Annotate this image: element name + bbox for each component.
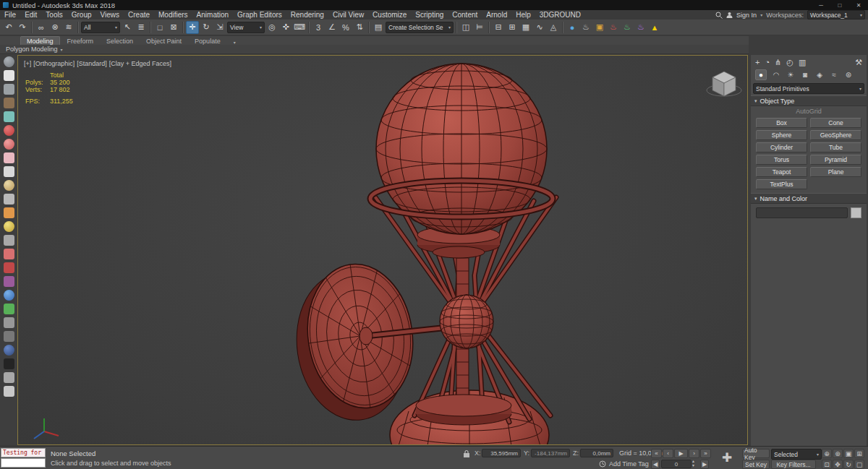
material-editor-icon[interactable]: ● — [566, 21, 579, 34]
left-toolbar-icon[interactable] — [4, 70, 14, 81]
menu-arnold[interactable]: Arnold — [482, 10, 511, 20]
frame-back-button[interactable]: ◀ — [651, 460, 660, 469]
left-toolbar-icon[interactable] — [4, 194, 14, 205]
menu-create[interactable]: Create — [124, 10, 154, 20]
left-toolbar-icon[interactable] — [4, 345, 14, 356]
geometry-category-icon[interactable]: ● — [755, 69, 767, 80]
create-tab-icon[interactable]: + — [755, 58, 760, 66]
rectangular-selection-region-icon[interactable]: □ — [153, 21, 166, 34]
lights-category-icon[interactable]: ☀ — [786, 70, 796, 79]
mirror-icon[interactable]: ◫ — [459, 21, 472, 34]
named-selection-sets-dropdown[interactable]: Create Selection Se ▾ — [386, 22, 454, 33]
align-icon[interactable]: ⊨ — [473, 21, 486, 34]
sign-in-caret-icon[interactable]: ▾ — [760, 12, 762, 17]
angle-snap-icon[interactable]: ∠ — [326, 21, 339, 34]
render-production-icon[interactable]: ♨ — [607, 21, 620, 34]
cameras-category-icon[interactable]: ◙ — [800, 70, 810, 79]
left-toolbar-icon[interactable] — [4, 221, 14, 232]
add-time-tag[interactable]: Add Time Tag — [609, 460, 649, 468]
autogrid-checkbox[interactable]: AutoGrid — [751, 106, 867, 116]
menu-customize[interactable]: Customize — [368, 10, 411, 20]
left-toolbar-icon[interactable] — [4, 304, 14, 314]
schematic-view-icon[interactable]: ◬ — [547, 21, 560, 34]
left-toolbar-icon[interactable] — [4, 317, 14, 328]
select-and-scale-icon[interactable]: ⇲ — [213, 21, 226, 34]
frame-spinner[interactable]: ▴ ▾ — [692, 459, 694, 468]
viewport-shading-menu[interactable]: [Clay + Edged Faces] — [109, 60, 171, 67]
box-button[interactable]: Box — [756, 118, 807, 128]
bind-to-space-warp-icon[interactable]: ≋ — [62, 21, 75, 34]
curve-editor-icon[interactable]: ∿ — [533, 21, 546, 34]
left-toolbar-icon[interactable] — [4, 139, 14, 150]
left-toolbar-icon[interactable] — [4, 207, 14, 218]
modify-tab-icon[interactable]: ◔ — [765, 58, 770, 66]
utilities-tab-icon[interactable]: ⚒ — [855, 58, 862, 67]
tab-selection[interactable]: Selection — [101, 37, 139, 45]
object-type-rollout[interactable]: ▾ Object Type — [751, 95, 867, 106]
left-toolbar-icon[interactable] — [4, 262, 14, 273]
maximize-button[interactable]: □ — [830, 0, 849, 10]
left-toolbar-icon[interactable] — [4, 331, 14, 342]
percent-snap-icon[interactable]: % — [339, 21, 352, 34]
sphere-button[interactable]: Sphere — [756, 130, 807, 140]
zoom-region-icon[interactable]: ⊡ — [822, 460, 832, 469]
left-toolbar-icon[interactable] — [4, 386, 14, 397]
scene-explorer-icon[interactable]: ⊟ — [492, 21, 505, 34]
viewport-standard-menu[interactable]: [Standard] — [77, 60, 107, 67]
tab-populate[interactable]: Populate — [189, 37, 226, 45]
frame-forward-button[interactable]: ▶ — [700, 460, 709, 469]
motion-tab-icon[interactable]: ◴ — [786, 58, 793, 67]
maximize-viewport-icon[interactable]: ▢ — [854, 460, 864, 469]
ribbon-toggle-icon[interactable]: ▦ — [519, 21, 532, 34]
next-frame-button[interactable]: › — [689, 449, 699, 458]
menu-file[interactable]: File — [0, 10, 20, 20]
menu-content[interactable]: Content — [448, 10, 482, 20]
view-cube[interactable] — [702, 66, 746, 103]
orbit-icon[interactable]: ↻ — [843, 460, 854, 469]
left-toolbar-icon[interactable] — [4, 290, 14, 301]
select-and-link-icon[interactable]: ∞ — [35, 21, 48, 34]
left-toolbar-icon[interactable] — [4, 84, 14, 95]
cone-button[interactable]: Cone — [810, 118, 861, 128]
spinner-snap-icon[interactable]: ⇅ — [353, 21, 366, 34]
left-toolbar-icon[interactable] — [4, 152, 14, 163]
current-frame-field[interactable]: 0 — [661, 460, 692, 468]
plane-button[interactable]: Plane — [810, 167, 861, 177]
set-key-button[interactable]: Set Key — [742, 460, 770, 469]
shapes-category-icon[interactable]: ◠ — [771, 70, 781, 79]
menu-tools[interactable]: Tools — [41, 10, 67, 20]
zoom-icon[interactable]: ⊕ — [822, 449, 832, 458]
window-crossing-icon[interactable]: ⊠ — [167, 21, 180, 34]
snaps-toggle-icon[interactable]: 3 — [312, 21, 325, 34]
hierarchy-tab-icon[interactable]: ⋔ — [775, 58, 781, 67]
reference-coordinate-dropdown[interactable]: View ▾ — [227, 22, 265, 33]
go-to-start-button[interactable]: « — [651, 449, 662, 458]
select-object-icon[interactable]: ↖ — [121, 21, 134, 34]
x-coordinate-field[interactable]: 35,595mm — [482, 449, 521, 457]
keyboard-shortcut-override-icon[interactable]: ⌨ — [293, 21, 306, 34]
tube-button[interactable]: Tube — [810, 142, 861, 152]
left-toolbar-icon[interactable] — [4, 111, 14, 122]
maxscript-listener-line[interactable] — [1, 458, 46, 468]
selection-filter-dropdown[interactable]: All ▾ — [81, 22, 120, 33]
left-toolbar-icon[interactable] — [4, 125, 14, 136]
helpers-category-icon[interactable]: ◈ — [814, 70, 825, 79]
select-and-rotate-icon[interactable]: ↻ — [200, 21, 213, 34]
use-center-icon[interactable]: ◎ — [265, 21, 278, 34]
pan-navigation-icon[interactable]: ✚ — [722, 450, 732, 465]
left-toolbar-icon[interactable] — [4, 249, 14, 259]
viewport[interactable]: [+] [Orthographic] [Standard] [Clay + Ed… — [17, 55, 748, 445]
go-to-end-button[interactable]: » — [700, 449, 711, 458]
z-coordinate-field[interactable]: 0,0mm — [580, 449, 613, 457]
menu-group[interactable]: Group — [67, 10, 96, 20]
cylinder-button[interactable]: Cylinder — [756, 142, 807, 152]
unlink-selection-icon[interactable]: ⊗ — [48, 21, 61, 34]
selection-lock-icon[interactable] — [463, 449, 470, 458]
left-toolbar-icon[interactable] — [4, 358, 14, 369]
zoom-all-icon[interactable]: ⊛ — [833, 449, 843, 458]
torus-button[interactable]: Torus — [756, 155, 807, 165]
search-icon[interactable] — [715, 12, 723, 19]
undo-icon[interactable]: ↶ — [2, 21, 15, 34]
left-toolbar-icon[interactable] — [4, 276, 14, 287]
zoom-extents-icon[interactable]: ▣ — [843, 449, 854, 458]
